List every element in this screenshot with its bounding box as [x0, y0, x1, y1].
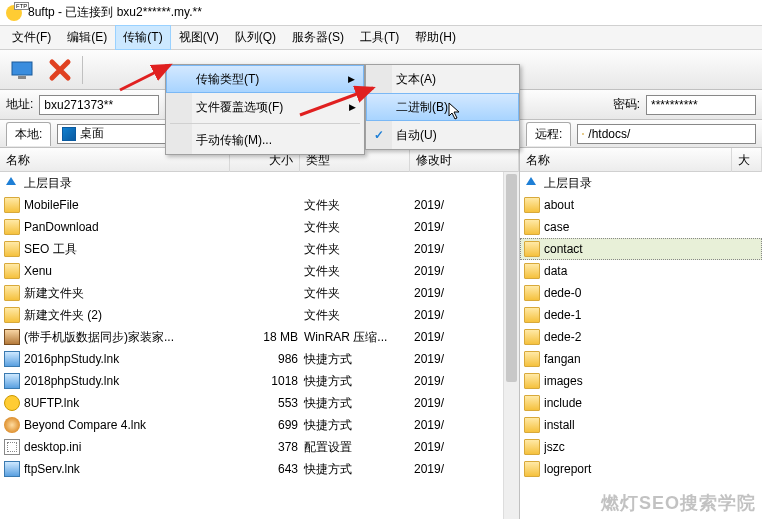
file-date: 2019/: [414, 396, 464, 410]
remote-row-9[interactable]: include: [520, 392, 762, 414]
address-input[interactable]: [39, 95, 159, 115]
col-size-r[interactable]: 大: [732, 148, 762, 172]
file-icon: [4, 417, 20, 433]
folder-icon: [524, 373, 540, 389]
remote-row-1[interactable]: case: [520, 216, 762, 238]
up-arrow-icon: [4, 175, 20, 191]
file-type: WinRAR 压缩...: [304, 329, 414, 346]
remote-row-4[interactable]: dede-0: [520, 282, 762, 304]
menu-5[interactable]: 服务器(S): [284, 25, 352, 50]
transfer-menu-item-1[interactable]: 文件覆盖选项(F)▶: [166, 93, 364, 121]
menu-3[interactable]: 视图(V): [171, 25, 227, 50]
transfer-menu: 传输类型(T)▶文件覆盖选项(F)▶手动传输(M)...: [165, 64, 365, 155]
folder-name: contact: [544, 242, 761, 256]
local-row-11[interactable]: desktop.ini378配置设置2019/: [0, 436, 519, 458]
file-icon: [4, 263, 20, 279]
local-path: 桌面: [80, 125, 104, 142]
local-row-1[interactable]: PanDownload文件夹2019/: [0, 216, 519, 238]
folder-icon: [524, 439, 540, 455]
folder-name: include: [544, 396, 762, 410]
local-row-8[interactable]: 2018phpStudy.lnk1018快捷方式2019/: [0, 370, 519, 392]
local-row-3[interactable]: Xenu文件夹2019/: [0, 260, 519, 282]
local-row-2[interactable]: SEO 工具文件夹2019/: [0, 238, 519, 260]
remote-row-10[interactable]: install: [520, 414, 762, 436]
remote-path: /htdocs/: [588, 127, 630, 141]
remote-row-6[interactable]: dede-2: [520, 326, 762, 348]
local-row-7[interactable]: 2016phpStudy.lnk986快捷方式2019/: [0, 348, 519, 370]
file-icon: [4, 439, 20, 455]
local-row-6[interactable]: (带手机版数据同步)家装家...18 MBWinRAR 压缩...2019/: [0, 326, 519, 348]
local-tab[interactable]: 本地:: [6, 122, 51, 146]
menu-2[interactable]: 传输(T): [115, 25, 170, 50]
folder-icon: [524, 417, 540, 433]
file-type: 文件夹: [304, 307, 414, 324]
file-date: 2019/: [414, 418, 464, 432]
transfer-type-label-1: 二进制(B): [396, 99, 448, 116]
transfer-menu-item-0[interactable]: 传输类型(T)▶: [166, 65, 364, 93]
remote-row-5[interactable]: dede-1: [520, 304, 762, 326]
disconnect-button[interactable]: [44, 54, 76, 86]
menubar: 文件(F)编辑(E)传输(T)视图(V)队列(Q)服务器(S)工具(T)帮助(H…: [0, 26, 762, 50]
password-input[interactable]: [646, 95, 756, 115]
file-icon: [4, 197, 20, 213]
transfer-menu-item-3[interactable]: 手动传输(M)...: [166, 126, 364, 154]
app-icon: [6, 5, 22, 21]
local-row-4[interactable]: 新建文件夹文件夹2019/: [0, 282, 519, 304]
local-file-list[interactable]: 上层目录MobileFile文件夹2019/PanDownload文件夹2019…: [0, 172, 519, 519]
remote-row-7[interactable]: fangan: [520, 348, 762, 370]
local-row-0[interactable]: MobileFile文件夹2019/: [0, 194, 519, 216]
remote-parent-dir-row[interactable]: 上层目录: [520, 172, 762, 194]
remote-tab[interactable]: 远程:: [526, 122, 571, 146]
menu-7[interactable]: 帮助(H): [407, 25, 464, 50]
folder-name: dede-0: [544, 286, 762, 300]
menu-6[interactable]: 工具(T): [352, 25, 407, 50]
col-date[interactable]: 修改时: [410, 148, 519, 172]
folder-name: install: [544, 418, 762, 432]
connect-button[interactable]: [6, 54, 38, 86]
local-row-9[interactable]: 8UFTP.lnk553快捷方式2019/: [0, 392, 519, 414]
remote-row-12[interactable]: logreport: [520, 458, 762, 480]
file-type: 文件夹: [304, 219, 414, 236]
file-type: 文件夹: [304, 285, 414, 302]
remote-path-box[interactable]: /htdocs/: [577, 124, 756, 144]
file-name: desktop.ini: [24, 440, 234, 454]
transfer-type-item-2[interactable]: ✓自动(U): [366, 121, 519, 149]
file-type: 文件夹: [304, 263, 414, 280]
remote-row-0[interactable]: about: [520, 194, 762, 216]
remote-file-list[interactable]: 上层目录aboutcasecontactdatadede-0dede-1dede…: [520, 172, 762, 519]
file-name: Xenu: [24, 264, 234, 278]
file-name: 新建文件夹: [24, 285, 234, 302]
folder-icon: [524, 285, 540, 301]
file-date: 2019/: [414, 242, 464, 256]
parent-dir-row[interactable]: 上层目录: [0, 172, 519, 194]
folder-icon: [524, 241, 540, 257]
local-row-5[interactable]: 新建文件夹 (2)文件夹2019/: [0, 304, 519, 326]
file-name: Beyond Compare 4.lnk: [24, 418, 234, 432]
svg-rect-1: [18, 76, 26, 79]
file-icon: [4, 241, 20, 257]
menu-0[interactable]: 文件(F): [4, 25, 59, 50]
file-type: 文件夹: [304, 241, 414, 258]
folder-open-icon: [582, 133, 584, 135]
scrollbar[interactable]: [503, 172, 519, 519]
col-name-r[interactable]: 名称: [520, 148, 732, 172]
folder-icon: [524, 197, 540, 213]
remote-row-11[interactable]: jszc: [520, 436, 762, 458]
scroll-thumb[interactable]: [506, 174, 517, 382]
local-row-12[interactable]: ftpServ.lnk643快捷方式2019/: [0, 458, 519, 480]
transfer-menu-label-1: 文件覆盖选项(F): [196, 99, 283, 116]
folder-name: images: [544, 374, 762, 388]
parent-dir-label: 上层目录: [544, 175, 762, 192]
titlebar: 8uftp - 已连接到 bxu2******.my.**: [0, 0, 762, 26]
remote-row-3[interactable]: data: [520, 260, 762, 282]
transfer-type-item-0[interactable]: 文本(A): [366, 65, 519, 93]
file-icon: [4, 351, 20, 367]
menu-1[interactable]: 编辑(E): [59, 25, 115, 50]
local-row-10[interactable]: Beyond Compare 4.lnk699快捷方式2019/: [0, 414, 519, 436]
file-name: ftpServ.lnk: [24, 462, 234, 476]
remote-row-8[interactable]: images: [520, 370, 762, 392]
file-name: 新建文件夹 (2): [24, 307, 234, 324]
transfer-type-item-1[interactable]: 二进制(B): [366, 93, 519, 121]
remote-row-2[interactable]: contact: [520, 238, 762, 260]
menu-4[interactable]: 队列(Q): [227, 25, 284, 50]
